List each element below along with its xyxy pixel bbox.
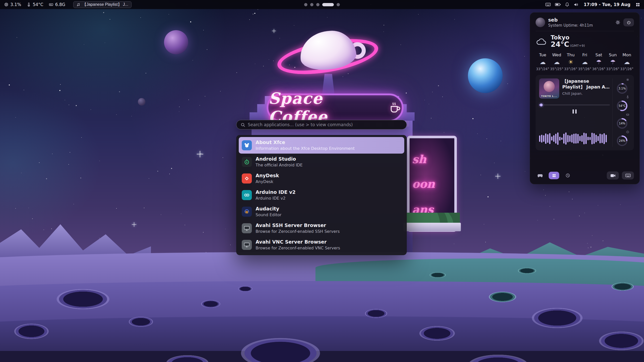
clock-widget-button[interactable] xyxy=(563,172,572,179)
workspace-dot-1[interactable] xyxy=(304,3,307,6)
star xyxy=(487,139,487,139)
clock[interactable]: 17:09 - Tue, 19 Aug xyxy=(584,2,630,7)
star xyxy=(253,14,254,15)
star xyxy=(59,90,60,91)
settings-button[interactable] xyxy=(615,20,620,25)
waveform-bar xyxy=(573,134,575,144)
forecast-day: Mon☁33°/26° xyxy=(620,53,633,71)
star xyxy=(131,116,132,116)
monitor-icon xyxy=(242,223,252,233)
waveform-bar xyxy=(563,134,565,144)
power-button[interactable] xyxy=(623,18,634,26)
window-neon-text: sh xyxy=(412,153,426,166)
screen-record-button[interactable] xyxy=(607,171,619,179)
star xyxy=(207,49,207,50)
memory-value: 6.8G xyxy=(55,2,65,7)
star xyxy=(442,97,443,97)
star xyxy=(327,17,328,18)
seek-bar[interactable] xyxy=(539,104,610,106)
workspace-dot-3[interactable] xyxy=(316,3,319,6)
waveform-bar xyxy=(585,133,587,144)
app-name: Audacity xyxy=(256,206,281,212)
album-art: TOKYO L... xyxy=(539,78,559,99)
star xyxy=(80,177,81,178)
system-tray: 17:09 - Tue, 19 Aug xyxy=(545,2,640,7)
app-row-about-xfce[interactable]: About Xfce Information about the Xfce De… xyxy=(239,137,404,154)
grid-icon xyxy=(552,174,556,177)
star xyxy=(507,83,508,84)
waveform-bar xyxy=(593,133,595,144)
gauge-value: 3.1% xyxy=(616,82,628,95)
star xyxy=(116,114,117,115)
workspace-dot-2[interactable] xyxy=(310,3,313,6)
star xyxy=(181,213,181,214)
user-name: seb xyxy=(548,17,593,23)
keyboard-icon[interactable] xyxy=(545,3,551,7)
waveform-bar xyxy=(561,138,562,140)
now-playing-pill[interactable]: 【Japanese Playlist】 J... xyxy=(73,1,131,8)
star xyxy=(424,100,425,100)
video-camera-icon xyxy=(610,174,616,177)
memory-usage: 6.8G xyxy=(49,2,65,7)
star xyxy=(294,25,294,26)
waveform-bar xyxy=(559,137,560,141)
system-stats: 3.1% 54°C 6.8G 【Japanese Playlist】 J... xyxy=(4,1,132,8)
cpu-value: 3.1% xyxy=(10,2,21,7)
star xyxy=(220,91,221,92)
volume-icon[interactable] xyxy=(574,3,578,7)
app-description: Information about the Xfce Desktop Envir… xyxy=(256,146,355,151)
star xyxy=(223,157,223,158)
star xyxy=(179,111,179,112)
small-moon xyxy=(138,98,145,106)
app-row-avahi-ssh[interactable]: Avahi SSH Server Browser Browse for Zero… xyxy=(239,220,404,237)
star xyxy=(84,44,84,45)
search-input[interactable] xyxy=(248,122,403,127)
star xyxy=(588,248,588,248)
apps-button[interactable] xyxy=(549,172,559,179)
waveform-bar xyxy=(579,136,581,141)
games-button[interactable] xyxy=(536,172,545,179)
app-name: Arduino IDE v2 xyxy=(256,189,296,195)
app-results-list: About Xfce Information about the Xfce De… xyxy=(236,135,407,255)
star xyxy=(32,218,33,219)
virtual-keyboard-button[interactable] xyxy=(622,171,634,179)
app-description: Arduino IDE v2 xyxy=(256,196,296,201)
star xyxy=(190,21,191,22)
battery-icon[interactable] xyxy=(555,3,561,6)
weather-icon: ☁ xyxy=(540,59,546,65)
bell-icon[interactable] xyxy=(565,2,569,7)
star xyxy=(60,84,61,85)
star xyxy=(144,208,144,208)
waveform-bar xyxy=(583,133,585,144)
search-box xyxy=(236,120,407,129)
star xyxy=(206,252,206,253)
app-row-anydesk[interactable]: AnyDesk AnyDesk xyxy=(239,170,404,187)
app-description: Browse for Zeroconf-enabled VNC Servers xyxy=(256,246,340,251)
star xyxy=(454,19,455,20)
star xyxy=(572,199,573,199)
star xyxy=(230,245,231,245)
star xyxy=(258,9,258,10)
star xyxy=(146,73,146,73)
star xyxy=(620,204,621,205)
music-player: TOKYO L... 【Japanese Playlist】 Japan All… xyxy=(539,78,612,147)
app-row-android-studio[interactable]: Android Studio The official Android IDE xyxy=(239,154,404,170)
star xyxy=(249,19,250,20)
star xyxy=(592,235,592,236)
app-description: Browse for Zeroconf-enabled SSH Servers xyxy=(256,229,340,234)
app-grid-icon[interactable] xyxy=(636,3,640,7)
pause-button[interactable] xyxy=(573,109,577,114)
app-row-avahi-vnc[interactable]: Avahi VNC Server Browser Browse for Zero… xyxy=(239,237,404,253)
seek-handle[interactable] xyxy=(540,104,543,106)
app-row-audacity[interactable]: Audacity Sound Editor xyxy=(239,203,404,220)
track-title: 【Japanese Playlist】 Japan All Night - To… xyxy=(562,78,610,90)
star xyxy=(199,105,200,106)
forecast-day: Sun☂33°/26° xyxy=(606,53,619,71)
app-row-arduino-ide[interactable]: Arduino IDE v2 Arduino IDE v2 xyxy=(239,187,404,203)
weather-timezone: (GMT+9) xyxy=(570,44,585,48)
workspace-dot-5[interactable] xyxy=(337,3,340,6)
workspace-dot-4-active[interactable] xyxy=(322,3,334,6)
weather-icon: ☂ xyxy=(610,59,616,65)
audacity-headphones-icon xyxy=(242,207,252,217)
forecast-day: Tue☁33°/24° xyxy=(536,53,549,71)
